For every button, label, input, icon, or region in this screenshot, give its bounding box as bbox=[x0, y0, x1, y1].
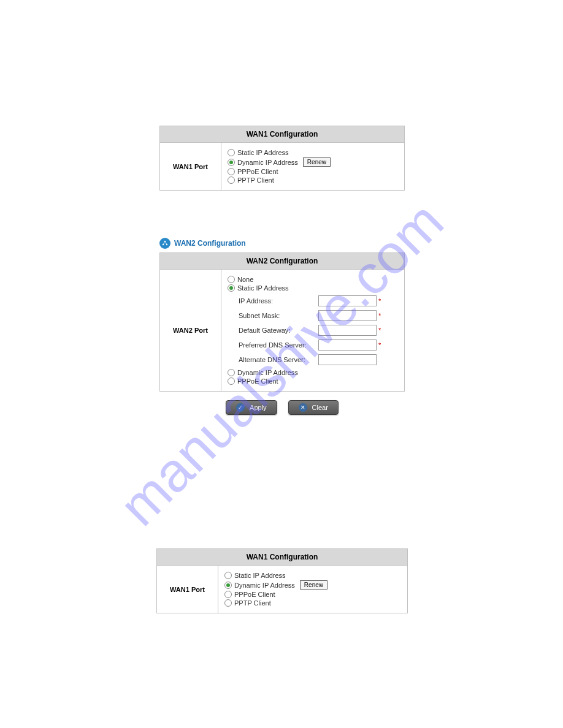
ip-address-label: IP Address: bbox=[239, 297, 318, 305]
clear-button[interactable]: ✕ Clear bbox=[288, 400, 339, 415]
renew-button-bottom[interactable]: Renew bbox=[300, 580, 327, 590]
required-star-icon: * bbox=[378, 297, 381, 305]
preferred-dns-input[interactable] bbox=[318, 339, 377, 351]
radio-bottom-pppoe[interactable] bbox=[224, 591, 232, 598]
required-star-icon: * bbox=[378, 327, 381, 334]
radio-none[interactable] bbox=[228, 276, 235, 283]
bottom-static-label: Static IP Address bbox=[234, 572, 286, 579]
required-star-icon: * bbox=[378, 312, 381, 319]
subnet-mask-label: Subnet Mask: bbox=[239, 312, 318, 319]
preferred-dns-label: Preferred DNS Server: bbox=[239, 341, 318, 349]
dynamic-ip-label: Dynamic IP Address bbox=[237, 159, 298, 166]
renew-button[interactable]: Renew bbox=[303, 157, 331, 167]
wan2-dynamic-label: Dynamic IP Address bbox=[237, 369, 298, 376]
wan2-section-title: WAN2 Configuration bbox=[159, 238, 405, 249]
wan1-header: WAN1 Configuration bbox=[160, 126, 404, 143]
radio-wan2-pppoe[interactable] bbox=[228, 377, 235, 385]
radio-bottom-pptp[interactable] bbox=[224, 599, 232, 607]
radio-dynamic-ip[interactable] bbox=[228, 159, 235, 166]
check-icon: ✓ bbox=[236, 403, 245, 412]
subnet-mask-input[interactable] bbox=[318, 310, 377, 321]
wan1-config-panel-top: WAN1 Configuration WAN1 Port Static IP A… bbox=[159, 126, 405, 191]
static-ip-label: Static IP Address bbox=[237, 149, 289, 156]
wan1-config-panel-bottom: WAN1 Configuration WAN1 Port Static IP A… bbox=[156, 548, 408, 613]
radio-pppoe[interactable] bbox=[228, 168, 235, 175]
wan2-config-panel: WAN2 Configuration WAN2 Port None Static… bbox=[159, 252, 405, 392]
radio-wan2-static[interactable] bbox=[228, 284, 235, 292]
radio-static-ip[interactable] bbox=[228, 149, 235, 156]
bottom-dynamic-label: Dynamic IP Address bbox=[234, 582, 295, 589]
pppoe-label: PPPoE Client bbox=[237, 168, 278, 175]
default-gateway-label: Default Gateway: bbox=[239, 327, 318, 334]
radio-wan2-dynamic[interactable] bbox=[228, 369, 235, 376]
bottom-pppoe-label: PPPoE Client bbox=[234, 591, 275, 598]
network-icon bbox=[159, 238, 170, 249]
apply-button[interactable]: ✓ Apply bbox=[226, 400, 277, 415]
default-gateway-input[interactable] bbox=[318, 325, 377, 336]
wan1-bottom-header: WAN1 Configuration bbox=[157, 549, 407, 566]
wan2-title-text: WAN2 Configuration bbox=[174, 239, 246, 248]
svg-line-4 bbox=[165, 241, 167, 245]
wan1-bottom-port-label: WAN1 Port bbox=[157, 566, 218, 613]
wan1-port-label: WAN1 Port bbox=[160, 143, 221, 190]
wan2-header: WAN2 Configuration bbox=[160, 253, 404, 270]
wan2-static-label: Static IP Address bbox=[237, 284, 289, 292]
alternate-dns-label: Alternate DNS Server: bbox=[239, 356, 318, 363]
alternate-dns-input[interactable] bbox=[318, 354, 377, 365]
required-star-icon: * bbox=[378, 341, 381, 349]
wan2-port-label: WAN2 Port bbox=[160, 270, 221, 391]
wan2-pppoe-label: PPPoE Client bbox=[237, 377, 278, 385]
pptp-label: PPTP Client bbox=[237, 176, 274, 184]
bottom-pptp-label: PPTP Client bbox=[234, 599, 271, 607]
clear-label: Clear bbox=[312, 404, 328, 411]
radio-pptp[interactable] bbox=[228, 176, 235, 184]
svg-line-3 bbox=[163, 241, 165, 245]
radio-bottom-static[interactable] bbox=[224, 572, 232, 579]
close-icon: ✕ bbox=[299, 403, 307, 412]
ip-address-input[interactable] bbox=[318, 295, 377, 306]
apply-label: Apply bbox=[250, 404, 267, 411]
radio-bottom-dynamic[interactable] bbox=[224, 582, 232, 589]
none-label: None bbox=[237, 276, 253, 283]
